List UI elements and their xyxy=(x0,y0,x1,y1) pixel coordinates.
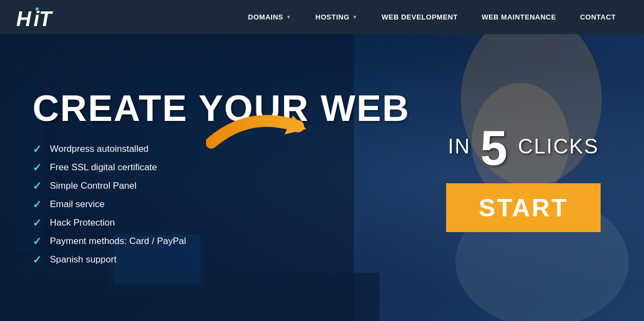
hero-right-panel: IN 5 CLICKS START xyxy=(446,124,601,232)
hero-arrow xyxy=(206,99,314,164)
svg-rect-2 xyxy=(36,8,38,10)
nav-item-domains[interactable]: DOMAINS ▼ xyxy=(236,0,304,34)
checkmark-icon: ✓ xyxy=(33,216,42,229)
clicks-label: IN 5 CLICKS xyxy=(448,124,598,172)
feature-item-payment: ✓ Payment methods: Card / PayPal xyxy=(33,235,611,248)
nav-item-hosting[interactable]: HOSTING ▼ xyxy=(304,0,370,34)
checkmark-icon: ✓ xyxy=(33,198,42,211)
svg-text:T: T xyxy=(39,8,53,28)
checkmark-icon: ✓ xyxy=(33,143,42,156)
nav-item-contact[interactable]: CONTACT xyxy=(568,0,628,34)
checkmark-icon: ✓ xyxy=(33,179,42,192)
start-button[interactable]: START xyxy=(446,183,601,232)
hosting-arrow-icon: ▼ xyxy=(352,14,358,20)
feature-item-spanish-support: ✓ Spanish support xyxy=(33,253,611,266)
hero-title: CREATE YOUR WEB xyxy=(33,89,611,126)
navbar: H i T DOMAINS ▼ HOSTING ▼ WEB DEVELOPMEN… xyxy=(0,0,644,34)
checkmark-icon: ✓ xyxy=(33,161,42,174)
hero-section: CREATE YOUR WEB ✓ Wordpress autoinstalle… xyxy=(0,34,644,321)
svg-text:H: H xyxy=(16,8,32,28)
domains-arrow-icon: ▼ xyxy=(286,14,291,20)
checkmark-icon: ✓ xyxy=(33,253,42,266)
checkmark-icon: ✓ xyxy=(33,235,42,248)
nav-menu: DOMAINS ▼ HOSTING ▼ WEB DEVELOPMENT WEB … xyxy=(236,0,628,34)
logo[interactable]: H i T xyxy=(16,7,60,28)
nav-item-web-development[interactable]: WEB DEVELOPMENT xyxy=(370,0,469,34)
nav-item-web-maintenance[interactable]: WEB MAINTENANCE xyxy=(469,0,568,34)
